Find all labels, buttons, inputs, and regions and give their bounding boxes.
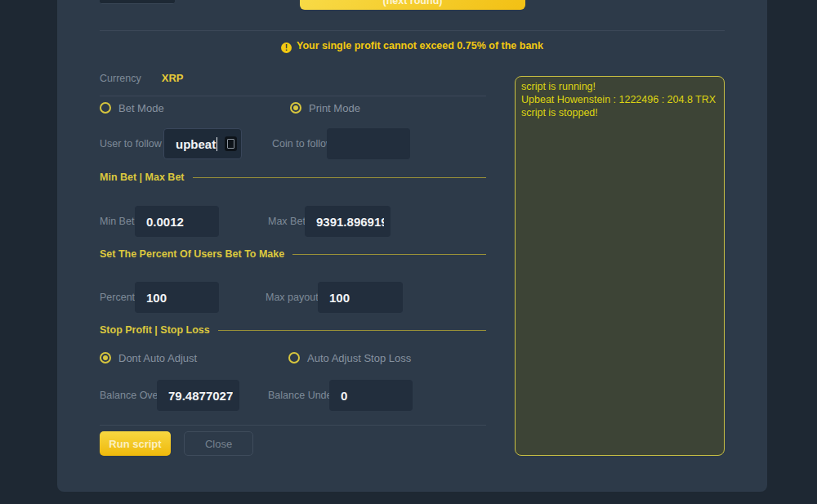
follow-row: User to follow upbeat Coin to follow [100,128,486,159]
partial-input-remnant[interactable] [100,0,175,4]
console-line: script is running! [521,80,718,93]
section-stop: Stop Profit | Stop Loss [100,323,486,337]
coin-to-follow-input[interactable] [327,128,410,159]
section-percent: Set The Percent Of Users Bet To Make [100,248,486,261]
max-payout-input[interactable] [318,282,403,313]
bet-limits-row: Min Bet Max Bet [100,206,486,237]
adjust-row: Dont Auto Adjust Auto Adjust Stop Loss [100,351,486,364]
user-to-follow-label: User to follow [100,138,162,149]
max-payout-label: Max payout [266,292,319,303]
balance-over-label: Balance Over [100,390,162,401]
section-percent-title: Set The Percent Of Users Bet To Make [100,248,284,260]
close-button[interactable]: Close [184,431,253,456]
percent-row: Percent Max payout [100,282,486,313]
coin-to-follow-label: Coin to follow [272,138,333,149]
divider [100,425,486,426]
section-minmax-title: Min Bet | Max Bet [100,172,185,183]
autofill-icon[interactable] [225,136,237,151]
next-round-button[interactable]: (next round) [300,0,525,10]
balance-under-input[interactable] [329,380,413,411]
next-round-button-label: (next round) [300,0,525,7]
divider [100,96,486,96]
section-rule [218,330,486,331]
balance-over-input[interactable] [157,380,239,411]
percent-label: Percent [100,292,135,303]
profit-warning: !Your single profit cannot exceed 0.75% … [100,40,725,53]
auto-adjust-label: Auto Adjust Stop Loss [307,352,411,364]
print-mode-label: Print Mode [309,102,360,114]
section-rule [193,177,486,178]
min-bet-input[interactable] [135,206,219,237]
min-bet-label: Min Bet [100,216,134,227]
auto-adjust-radio[interactable] [288,352,300,364]
bet-mode-option[interactable]: Bet Mode [100,101,164,114]
section-stop-title: Stop Profit | Stop Loss [100,324,210,336]
print-mode-option[interactable]: Print Mode [290,101,360,114]
balance-under-label: Balance Under [268,390,336,401]
dont-auto-adjust-radio[interactable] [100,352,111,364]
balance-row: Balance Over Balance Under [100,380,486,411]
currency-row: Currency XRP [100,72,486,84]
console-line: Upbeat Howenstein : 1222496 : 204.8 TRX [521,93,718,106]
currency-label: Currency [100,73,141,84]
max-bet-label: Max Bet [268,216,306,227]
mode-row: Bet Mode Print Mode [100,101,486,114]
dont-auto-adjust-label: Dont Auto Adjust [118,352,197,364]
warning-text: Your single profit cannot exceed 0.75% o… [297,40,543,51]
dont-auto-adjust-option[interactable]: Dont Auto Adjust [100,351,197,364]
divider [100,30,725,31]
section-minmax: Min Bet | Max Bet [100,171,486,184]
print-mode-radio[interactable] [290,102,301,114]
percent-input[interactable] [135,282,219,313]
user-to-follow-input[interactable]: upbeat [163,128,242,159]
section-rule [292,254,486,255]
actions-row: Run script Close [100,431,486,456]
user-to-follow-value: upbeat [176,137,216,151]
console-line: script is stopped! [521,106,718,119]
bet-mode-radio[interactable] [100,102,111,114]
max-bet-input[interactable] [305,206,391,237]
info-icon: ! [281,42,292,53]
script-console[interactable]: script is running! Upbeat Howenstein : 1… [515,76,725,456]
auto-adjust-option[interactable]: Auto Adjust Stop Loss [288,351,411,364]
script-dialog: (next round) !Your single profit cannot … [57,0,767,492]
currency-value[interactable]: XRP [162,72,184,84]
run-script-button[interactable]: Run script [100,431,171,456]
text-caret [217,137,217,151]
bet-mode-label: Bet Mode [118,102,164,114]
